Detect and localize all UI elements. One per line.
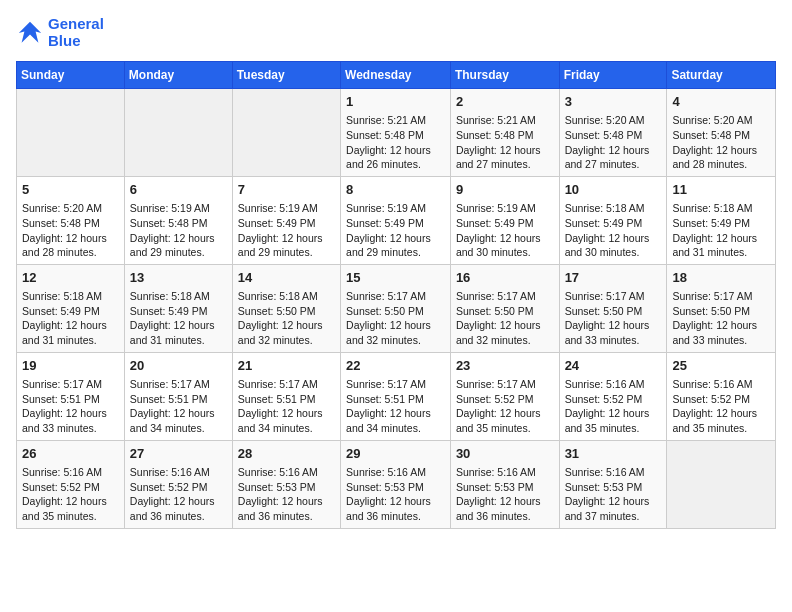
day-info: Daylight: 12 hours and 29 minutes. bbox=[346, 231, 445, 260]
day-info: Daylight: 12 hours and 32 minutes. bbox=[238, 318, 335, 347]
calendar-day-cell: 4Sunrise: 5:20 AMSunset: 5:48 PMDaylight… bbox=[667, 89, 776, 177]
day-number: 4 bbox=[672, 93, 770, 111]
day-number: 1 bbox=[346, 93, 445, 111]
weekday-header-cell: Friday bbox=[559, 62, 667, 89]
day-number: 5 bbox=[22, 181, 119, 199]
calendar-week-row: 1Sunrise: 5:21 AMSunset: 5:48 PMDaylight… bbox=[17, 89, 776, 177]
day-number: 6 bbox=[130, 181, 227, 199]
day-number: 18 bbox=[672, 269, 770, 287]
page-header: General Blue bbox=[16, 16, 776, 49]
day-info: Sunset: 5:48 PM bbox=[672, 128, 770, 143]
day-info: Daylight: 12 hours and 36 minutes. bbox=[456, 494, 554, 523]
day-info: Sunset: 5:53 PM bbox=[238, 480, 335, 495]
logo-icon bbox=[16, 19, 44, 47]
day-info: Sunrise: 5:19 AM bbox=[456, 201, 554, 216]
calendar-day-cell: 21Sunrise: 5:17 AMSunset: 5:51 PMDayligh… bbox=[232, 352, 340, 440]
day-number: 22 bbox=[346, 357, 445, 375]
calendar-table: SundayMondayTuesdayWednesdayThursdayFrid… bbox=[16, 61, 776, 529]
day-info: Daylight: 12 hours and 29 minutes. bbox=[130, 231, 227, 260]
day-info: Sunset: 5:51 PM bbox=[346, 392, 445, 407]
day-number: 27 bbox=[130, 445, 227, 463]
day-info: Sunset: 5:48 PM bbox=[456, 128, 554, 143]
calendar-day-cell: 28Sunrise: 5:16 AMSunset: 5:53 PMDayligh… bbox=[232, 440, 340, 528]
day-info: Sunrise: 5:19 AM bbox=[130, 201, 227, 216]
day-info: Sunset: 5:50 PM bbox=[346, 304, 445, 319]
day-info: Sunrise: 5:18 AM bbox=[672, 201, 770, 216]
day-info: Daylight: 12 hours and 27 minutes. bbox=[565, 143, 662, 172]
day-info: Sunrise: 5:19 AM bbox=[238, 201, 335, 216]
day-info: Daylight: 12 hours and 26 minutes. bbox=[346, 143, 445, 172]
day-number: 31 bbox=[565, 445, 662, 463]
calendar-day-cell: 2Sunrise: 5:21 AMSunset: 5:48 PMDaylight… bbox=[450, 89, 559, 177]
calendar-day-cell: 23Sunrise: 5:17 AMSunset: 5:52 PMDayligh… bbox=[450, 352, 559, 440]
day-info: Daylight: 12 hours and 32 minutes. bbox=[346, 318, 445, 347]
day-info: Daylight: 12 hours and 35 minutes. bbox=[565, 406, 662, 435]
calendar-day-cell bbox=[17, 89, 125, 177]
day-info: Daylight: 12 hours and 34 minutes. bbox=[346, 406, 445, 435]
calendar-day-cell: 14Sunrise: 5:18 AMSunset: 5:50 PMDayligh… bbox=[232, 264, 340, 352]
weekday-header-cell: Monday bbox=[124, 62, 232, 89]
day-number: 3 bbox=[565, 93, 662, 111]
calendar-day-cell: 29Sunrise: 5:16 AMSunset: 5:53 PMDayligh… bbox=[341, 440, 451, 528]
calendar-day-cell: 1Sunrise: 5:21 AMSunset: 5:48 PMDaylight… bbox=[341, 89, 451, 177]
logo-text: General Blue bbox=[48, 16, 104, 49]
day-info: Daylight: 12 hours and 27 minutes. bbox=[456, 143, 554, 172]
day-number: 29 bbox=[346, 445, 445, 463]
day-info: Daylight: 12 hours and 28 minutes. bbox=[672, 143, 770, 172]
weekday-header-cell: Sunday bbox=[17, 62, 125, 89]
day-info: Sunrise: 5:17 AM bbox=[346, 289, 445, 304]
svg-marker-0 bbox=[19, 21, 41, 42]
calendar-day-cell: 18Sunrise: 5:17 AMSunset: 5:50 PMDayligh… bbox=[667, 264, 776, 352]
logo: General Blue bbox=[16, 16, 104, 49]
day-info: Sunrise: 5:20 AM bbox=[22, 201, 119, 216]
day-info: Sunrise: 5:20 AM bbox=[565, 113, 662, 128]
day-info: Sunset: 5:49 PM bbox=[238, 216, 335, 231]
day-info: Sunrise: 5:21 AM bbox=[346, 113, 445, 128]
day-info: Daylight: 12 hours and 36 minutes. bbox=[346, 494, 445, 523]
day-info: Sunrise: 5:16 AM bbox=[346, 465, 445, 480]
calendar-day-cell: 17Sunrise: 5:17 AMSunset: 5:50 PMDayligh… bbox=[559, 264, 667, 352]
calendar-day-cell bbox=[667, 440, 776, 528]
weekday-header-row: SundayMondayTuesdayWednesdayThursdayFrid… bbox=[17, 62, 776, 89]
weekday-header-cell: Thursday bbox=[450, 62, 559, 89]
day-info: Sunrise: 5:16 AM bbox=[672, 377, 770, 392]
day-number: 2 bbox=[456, 93, 554, 111]
day-number: 17 bbox=[565, 269, 662, 287]
day-number: 20 bbox=[130, 357, 227, 375]
calendar-day-cell: 12Sunrise: 5:18 AMSunset: 5:49 PMDayligh… bbox=[17, 264, 125, 352]
day-info: Sunset: 5:53 PM bbox=[565, 480, 662, 495]
weekday-header-cell: Wednesday bbox=[341, 62, 451, 89]
day-info: Sunrise: 5:16 AM bbox=[565, 465, 662, 480]
day-info: Sunset: 5:49 PM bbox=[456, 216, 554, 231]
day-info: Sunset: 5:52 PM bbox=[130, 480, 227, 495]
day-info: Sunrise: 5:17 AM bbox=[672, 289, 770, 304]
day-info: Daylight: 12 hours and 31 minutes. bbox=[130, 318, 227, 347]
day-info: Sunrise: 5:17 AM bbox=[456, 377, 554, 392]
day-info: Sunset: 5:53 PM bbox=[456, 480, 554, 495]
day-info: Sunrise: 5:21 AM bbox=[456, 113, 554, 128]
day-info: Sunset: 5:51 PM bbox=[238, 392, 335, 407]
day-info: Sunrise: 5:17 AM bbox=[565, 289, 662, 304]
day-info: Sunrise: 5:17 AM bbox=[456, 289, 554, 304]
day-info: Sunrise: 5:17 AM bbox=[130, 377, 227, 392]
day-info: Sunrise: 5:17 AM bbox=[22, 377, 119, 392]
day-info: Daylight: 12 hours and 30 minutes. bbox=[456, 231, 554, 260]
day-info: Daylight: 12 hours and 29 minutes. bbox=[238, 231, 335, 260]
day-info: Sunset: 5:53 PM bbox=[346, 480, 445, 495]
calendar-day-cell: 9Sunrise: 5:19 AMSunset: 5:49 PMDaylight… bbox=[450, 176, 559, 264]
day-info: Sunrise: 5:19 AM bbox=[346, 201, 445, 216]
day-info: Sunset: 5:52 PM bbox=[565, 392, 662, 407]
day-info: Sunrise: 5:18 AM bbox=[565, 201, 662, 216]
calendar-day-cell: 27Sunrise: 5:16 AMSunset: 5:52 PMDayligh… bbox=[124, 440, 232, 528]
day-info: Sunset: 5:48 PM bbox=[22, 216, 119, 231]
day-info: Daylight: 12 hours and 33 minutes. bbox=[22, 406, 119, 435]
day-info: Daylight: 12 hours and 31 minutes. bbox=[22, 318, 119, 347]
calendar-day-cell: 3Sunrise: 5:20 AMSunset: 5:48 PMDaylight… bbox=[559, 89, 667, 177]
day-number: 13 bbox=[130, 269, 227, 287]
day-info: Sunrise: 5:17 AM bbox=[346, 377, 445, 392]
calendar-day-cell: 7Sunrise: 5:19 AMSunset: 5:49 PMDaylight… bbox=[232, 176, 340, 264]
calendar-day-cell: 5Sunrise: 5:20 AMSunset: 5:48 PMDaylight… bbox=[17, 176, 125, 264]
day-info: Sunset: 5:52 PM bbox=[672, 392, 770, 407]
calendar-week-row: 12Sunrise: 5:18 AMSunset: 5:49 PMDayligh… bbox=[17, 264, 776, 352]
day-number: 8 bbox=[346, 181, 445, 199]
